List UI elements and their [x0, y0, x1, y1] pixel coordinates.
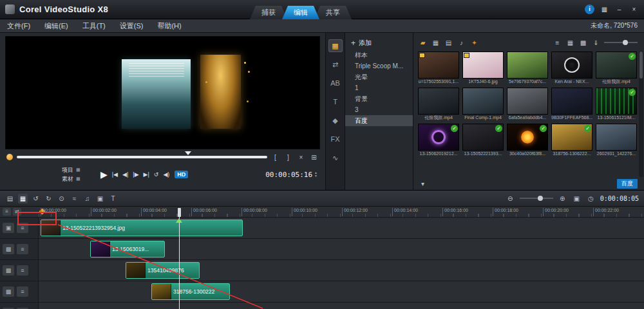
menu-item[interactable]: 编辑(E) [37, 19, 75, 32]
media-filter-icon[interactable]: ▦ [431, 38, 440, 48]
subtitle-editor-icon[interactable]: T [108, 194, 118, 203]
library-thumbnail[interactable]: u=17502553091,1... [418, 52, 459, 85]
library-thumbnail[interactable]: 5e79679370af7c... [507, 52, 548, 85]
minimize-icon[interactable]: – [614, 5, 624, 14]
clip-mode-toggle[interactable]: 素材▦ [62, 175, 95, 183]
scrub-start-handle[interactable] [6, 154, 13, 160]
graphic-icon[interactable]: ◆ [328, 114, 343, 127]
menu-item[interactable]: 工具(T) [75, 19, 113, 32]
library-thumbnail[interactable]: Ken Arai - NEX... [551, 52, 592, 85]
enlarge-preview-icon[interactable]: ⊞ [309, 153, 319, 162]
library-thumbnail[interactable]: 6afa5ea9abddb4... [507, 88, 548, 121]
auto-music-icon[interactable]: ♫ [82, 194, 92, 203]
track-options-icon[interactable]: ≡ [17, 244, 28, 254]
track-type-icon[interactable]: ▣ [3, 223, 14, 233]
title-group-icon[interactable]: AB [328, 77, 343, 89]
split-clip-icon[interactable]: × [296, 153, 306, 162]
nav-folder[interactable]: 样本 [345, 50, 413, 61]
tab-capture[interactable]: 捕获 [250, 6, 287, 19]
preview-video[interactable] [5, 36, 320, 149]
filter-fx-icon[interactable]: FX [328, 133, 343, 145]
prev-frame-icon[interactable]: ◀| [122, 171, 128, 178]
library-info-icon[interactable]: ▾ [418, 179, 428, 189]
redo-icon[interactable]: ↻ [44, 194, 53, 203]
repeat-icon[interactable]: ↺ [154, 171, 159, 178]
timeline-clip[interactable]: 318756-1300222 [151, 283, 230, 300]
import-media-icon[interactable]: ⇓ [591, 38, 601, 48]
library-thumbnail[interactable]: 2602931_142276... [596, 124, 637, 157]
track-type-icon[interactable]: ▩ [3, 286, 14, 297]
library-scrollbar[interactable] [639, 51, 643, 177]
project-duration-icon[interactable]: ◷ [586, 194, 596, 203]
timecode-stepper[interactable]: ▲▼ [314, 171, 317, 178]
folder-icon[interactable]: ▰ [418, 38, 428, 48]
undo-icon[interactable]: ↺ [31, 194, 41, 203]
small-grid-view-icon[interactable]: ▩ [578, 38, 588, 48]
track-lane[interactable]: 318756-1300222 [39, 281, 644, 302]
track-options-icon[interactable]: ≡ [17, 265, 28, 276]
timeline-view-icon[interactable]: ▦ [18, 194, 28, 203]
record-capture-icon[interactable]: ⊙ [57, 194, 66, 203]
library-thumbnail[interactable]: ✓318756-1306222... [551, 124, 592, 157]
swap-track-icon[interactable]: ⇄ [13, 208, 21, 216]
motion-track-icon[interactable]: ▣ [95, 194, 105, 203]
nav-folder[interactable]: 百度 [345, 115, 413, 126]
nav-folder[interactable]: Triple Scoop M... [345, 61, 413, 71]
tab-share[interactable]: 共享 [314, 6, 352, 19]
timeline-zoom-slider[interactable] [520, 194, 553, 202]
timeline-clip[interactable]: 13-150522213932954.jpg [41, 220, 243, 236]
play-icon[interactable]: ▶ [100, 169, 108, 180]
scrollbar-thumb[interactable] [639, 52, 643, 79]
storyboard-view-icon[interactable]: ▤ [5, 194, 15, 203]
close-icon[interactable]: × [629, 5, 639, 14]
library-thumbnail[interactable]: 伦狼我跟.mp4 [418, 88, 459, 121]
menu-item[interactable]: 帮助(H) [150, 19, 188, 32]
nav-folder[interactable]: 光晕 [345, 71, 413, 82]
media-icon[interactable]: ▦ [328, 39, 343, 52]
library-thumbnail[interactable]: ✓30c40a020f63f8... [507, 124, 548, 157]
list-view-icon[interactable]: ≡ [553, 38, 562, 48]
tab-edit[interactable]: 编辑 [282, 6, 319, 19]
playhead[interactable] [179, 208, 180, 309]
layout-switch-icon[interactable]: ▦ [600, 5, 609, 14]
help-icon[interactable]: i [585, 5, 594, 14]
library-thumbnail[interactable]: ✓13-15052221393... [462, 124, 504, 157]
scrub-position-marker[interactable] [185, 151, 191, 155]
mark-in-icon[interactable]: [ [270, 153, 280, 162]
playhead-marker[interactable] [176, 218, 182, 223]
timeline-clip[interactable]: 13-15063019... [90, 241, 165, 258]
track-lane[interactable]: 13-15063019... [39, 239, 644, 259]
sound-mixer-icon[interactable]: ≈ [70, 194, 79, 203]
grid-view-icon[interactable]: ▦ [565, 38, 575, 48]
transition-icon[interactable]: ⇄ [328, 58, 343, 71]
home-icon[interactable]: |◀ [112, 171, 118, 178]
nav-folder[interactable]: 背景 [345, 93, 413, 104]
zoom-out-icon[interactable]: ⊖ [506, 194, 515, 203]
track-type-icon[interactable]: ▩ [3, 265, 14, 276]
track-manager-icon[interactable]: ≡ [3, 208, 11, 216]
track-lane[interactable]: 13-150522213932954.jpg [39, 218, 644, 238]
step-down-icon[interactable]: ▼ [314, 174, 317, 178]
audio-filter-icon[interactable]: ♪ [457, 38, 466, 48]
library-thumbnail[interactable]: ✓伦狼我跟.mp4 [596, 52, 637, 85]
photo-filter-icon[interactable]: ▤ [444, 38, 453, 48]
mark-out-icon[interactable]: ] [283, 153, 293, 162]
track-options-icon[interactable]: ≡ [17, 223, 28, 233]
nav-folder[interactable]: 3 [345, 104, 413, 115]
scrub-track[interactable] [17, 156, 267, 158]
hd-badge[interactable]: HD [175, 171, 188, 178]
volume-icon[interactable]: ◀) [163, 171, 169, 178]
library-thumbnail[interactable]: ✓13-150615121IM... [596, 88, 637, 121]
track-lane[interactable]: 135410499876 [39, 260, 644, 281]
next-frame-icon[interactable]: |▶ [133, 171, 138, 178]
end-icon[interactable]: ▶| [144, 171, 149, 178]
library-thumbnail[interactable]: 9B30F1FFEAF568... [551, 88, 592, 121]
motion-path-icon[interactable]: ∿ [328, 151, 343, 164]
playhead-handle[interactable] [178, 208, 181, 217]
menu-item[interactable]: 设置(S) [113, 19, 151, 32]
zoom-in-icon[interactable]: ⊕ [558, 194, 567, 203]
track-options-icon[interactable]: ≡ [17, 286, 28, 297]
project-mode-toggle[interactable]: 项目▦ [62, 166, 95, 174]
track-type-icon[interactable]: ▩ [3, 244, 14, 254]
library-thumbnail[interactable]: 1KT5J40-6.jpg [462, 52, 504, 85]
